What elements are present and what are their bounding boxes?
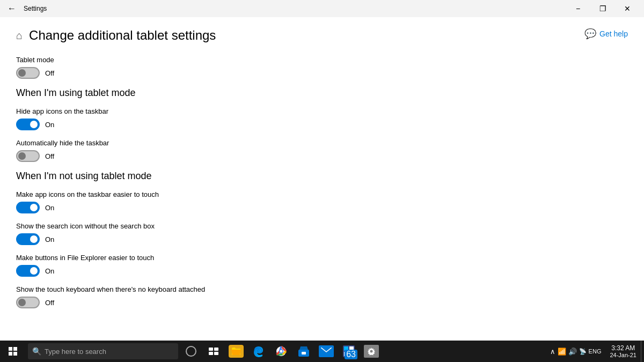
make-buttons-setting: Make buttons in File Explorer easier to … [16,254,628,277]
show-search-icon-setting: Show the search icon without the search … [16,222,628,245]
tablet-mode-state: Off [45,69,54,77]
volume-icon[interactable]: 🔊 [568,348,577,356]
minimize-button[interactable]: − [566,0,590,17]
auto-hide-taskbar-toggle-row: Off [16,150,628,162]
make-buttons-toggle-thumb [30,267,38,275]
cortana-button[interactable] [181,341,201,362]
back-button[interactable]: ← [4,1,19,16]
mail-button[interactable] [316,341,337,362]
file-explorer-button[interactable] [225,341,247,362]
make-app-icons-toggle[interactable] [16,202,40,213]
make-buttons-label: Make buttons in File Explorer easier to … [16,254,628,262]
taskbar-icons: 63 [203,341,382,362]
svg-rect-1 [13,347,17,351]
auto-hide-taskbar-label: Automatically hide the taskbar [16,139,628,147]
system-tray: ∧ 📶 🔊 📡 ENG [546,348,606,356]
touch-keyboard-setting: Show the touch keyboard when there's no … [16,285,628,308]
touch-keyboard-toggle-row: Off [16,297,628,308]
taskbar-clock[interactable]: 3:32 AM 24-Jan-21 [605,344,641,358]
make-app-icons-toggle-thumb [30,204,38,211]
tablet-mode-toggle-thumb [18,69,26,77]
msn-button[interactable]: 63 [338,341,360,362]
touch-keyboard-state: Off [45,299,54,307]
svg-point-22 [370,350,373,353]
make-app-icons-label: Make app icons on the taskbar easier to … [16,190,628,198]
search-icon: 🔍 [32,347,41,356]
hide-app-icons-label: Hide app icons on the taskbar [16,107,628,115]
touch-keyboard-label: Show the touch keyboard when there's no … [16,285,628,293]
hide-app-icons-toggle-row: On [16,119,628,130]
make-app-icons-toggle-row: On [16,202,628,213]
section2-heading: When I'm not using tablet mode [16,171,628,182]
network-icon[interactable]: 📶 [558,348,566,356]
tablet-mode-setting: Tablet mode Off [16,56,628,79]
title-bar: ← Settings − ❐ ✕ [0,0,644,17]
auto-hide-taskbar-state: Off [45,152,54,160]
auto-hide-taskbar-toggle-thumb [18,152,26,160]
svg-rect-4 [209,348,213,351]
svg-marker-13 [299,346,308,350]
make-buttons-toggle-row: On [16,265,628,277]
settings-gear-button[interactable] [361,341,382,362]
make-buttons-state: On [45,267,54,275]
windows-logo-icon [9,347,17,356]
hide-app-icons-setting: Hide app icons on the taskbar On [16,107,628,130]
touch-keyboard-toggle[interactable] [16,297,40,308]
svg-rect-2 [9,352,12,356]
show-search-icon-toggle-thumb [30,235,38,243]
title-bar-left: ← Settings [4,1,47,16]
make-app-icons-setting: Make app icons on the taskbar easier to … [16,190,628,213]
touch-keyboard-toggle-thumb [18,299,26,306]
show-search-icon-label: Show the search icon without the search … [16,222,628,230]
svg-point-11 [280,350,283,353]
window-title: Settings [24,5,47,12]
restore-button[interactable]: ❐ [590,0,615,17]
tablet-mode-toggle-row: Off [16,67,628,79]
window-controls: − ❐ ✕ [566,0,640,17]
clock-date: 24-Jan-21 [610,352,636,358]
hide-app-icons-toggle[interactable] [16,119,40,130]
auto-hide-taskbar-toggle[interactable] [16,150,40,162]
settings-panel: 💬 Get help ⌂ Change additional tablet se… [0,17,644,341]
search-placeholder: Type here to search [45,348,106,356]
get-help-link[interactable]: 💬 Get help [584,28,628,40]
section1-heading: When I'm using tablet mode [16,87,628,99]
show-search-icon-toggle[interactable] [16,233,40,245]
taskbar: 🔍 Type here to search [0,341,644,362]
svg-rect-6 [209,352,213,355]
show-search-icon-state: On [45,235,54,243]
clock-time: 3:32 AM [611,344,635,352]
file-explorer-icon [229,345,244,358]
tablet-mode-toggle[interactable] [16,67,40,79]
svg-rect-5 [214,348,218,351]
taskbar-search[interactable]: 🔍 Type here to search [28,343,178,359]
chrome-button[interactable] [270,341,292,362]
store-button[interactable] [293,341,314,362]
folder-icon [231,347,241,356]
svg-rect-0 [9,347,12,351]
svg-rect-14 [302,352,306,354]
get-help-label: Get help [599,29,628,38]
chrome-icon [275,345,287,357]
svg-rect-3 [13,352,17,356]
make-buttons-toggle[interactable] [16,265,40,277]
wifi-icon[interactable]: 📡 [579,348,587,355]
start-button[interactable] [0,341,26,362]
store-icon [298,345,310,357]
edge-icon [253,345,265,357]
settings-gear-icon [364,345,379,358]
cortana-circle-icon [186,346,196,357]
tablet-mode-label: Tablet mode [16,56,628,64]
msn-badge: 63 [345,350,357,359]
task-view-button[interactable] [203,341,224,362]
auto-hide-taskbar-setting: Automatically hide the taskbar Off [16,139,628,162]
close-button[interactable]: ✕ [615,0,640,17]
language-indicator[interactable]: ENG [589,348,602,354]
show-hidden-icons-button[interactable]: ∧ [550,348,555,356]
page-title: Change additional tablet settings [29,28,216,43]
show-desktop-button[interactable] [641,341,644,362]
taskbar-right: ∧ 📶 🔊 📡 ENG 3:32 AM 24-Jan-21 [546,341,644,362]
edge-button[interactable] [248,341,269,362]
home-icon: ⌂ [16,29,23,42]
mail-envelope-icon [321,348,332,355]
